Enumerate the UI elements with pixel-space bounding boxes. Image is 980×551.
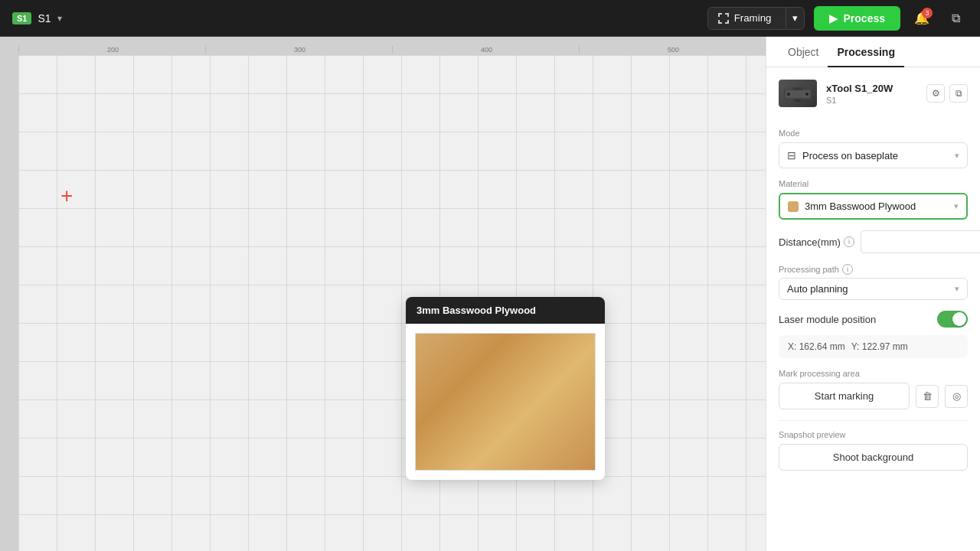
machine-settings-button[interactable]: ⚙ xyxy=(926,84,945,103)
main-layout: 200 300 400 500 + 3mm Basswood Plywood O… xyxy=(0,37,980,551)
topbar-right: Framing ▾ ▶ Process 🔔 3 ⧉ xyxy=(707,6,968,31)
laser-position-row: Laser module position xyxy=(779,311,968,328)
start-marking-button[interactable]: Start marking xyxy=(779,383,910,409)
snapshot-label: Snapshot preview xyxy=(779,430,968,439)
machine-row: xTool S1_20W S1 ⚙ ⧉ xyxy=(779,80,968,116)
path-arrow-icon: ▾ xyxy=(955,284,959,294)
mode-icon: ⊟ xyxy=(787,149,796,161)
laser-position-label: Laser module position xyxy=(779,314,876,325)
distance-label: Distance(mm) i xyxy=(779,236,854,248)
path-selector[interactable]: Auto planning ▾ xyxy=(779,278,968,300)
mark-delete-button[interactable]: 🗑 xyxy=(916,385,939,408)
svg-rect-5 xyxy=(718,20,720,24)
s1-label: S1 xyxy=(38,12,51,24)
mode-value: Process on baseplate xyxy=(802,150,949,161)
svg-rect-13 xyxy=(795,99,801,102)
notification-badge: 3 xyxy=(922,8,933,18)
laser-position-toggle[interactable] xyxy=(937,311,968,328)
framing-icon xyxy=(717,12,730,24)
copy-button[interactable]: ⧉ xyxy=(943,6,968,31)
framing-button[interactable]: Framing ▾ xyxy=(707,7,805,30)
material-selector[interactable]: 3mm Basswood Plywood ▾ xyxy=(779,193,968,220)
distance-row: Distance(mm) i ◎ xyxy=(779,230,968,253)
distance-input[interactable] xyxy=(861,230,980,253)
mode-label: Mode xyxy=(779,129,968,138)
mark-area-label: Mark processing area xyxy=(779,369,968,378)
machine-info: xTool S1_20W S1 xyxy=(826,83,917,105)
svg-point-12 xyxy=(805,93,808,96)
material-label: Material xyxy=(779,179,968,188)
ruler-vertical xyxy=(0,55,18,551)
processing-path-label: Processing path i xyxy=(779,264,968,275)
tab-processing[interactable]: Processing xyxy=(828,37,903,67)
machine-icons: ⚙ ⧉ xyxy=(926,84,968,103)
processing-path-info-icon[interactable]: i xyxy=(842,264,853,275)
machine-svg xyxy=(782,83,813,104)
crosshair: + xyxy=(60,185,73,207)
material-wood-preview xyxy=(415,333,596,471)
material-popup-body xyxy=(406,324,605,480)
path-value: Auto planning xyxy=(787,283,955,295)
mark-target-button[interactable]: ◎ xyxy=(945,385,968,408)
ruler-mark-500: 500 xyxy=(579,46,766,54)
machine-id: S1 xyxy=(826,96,917,105)
marking-row: Start marking 🗑 ◎ xyxy=(779,383,968,409)
process-label: Process xyxy=(844,12,885,24)
panel-tabs: Object Processing xyxy=(766,37,980,67)
notification-button[interactable]: 🔔 3 xyxy=(910,6,934,31)
process-button[interactable]: ▶ Process xyxy=(814,6,900,31)
framing-label: Framing xyxy=(734,12,772,24)
shoot-background-button[interactable]: Shoot background xyxy=(779,444,968,471)
s1-badge: S1 xyxy=(12,12,31,24)
tab-object[interactable]: Object xyxy=(779,37,828,67)
ruler-mark-300: 300 xyxy=(205,46,392,54)
mode-arrow-icon: ▾ xyxy=(955,151,959,161)
svg-rect-6 xyxy=(727,13,729,17)
canvas-grid: + xyxy=(18,55,766,551)
ruler-mark-200: 200 xyxy=(18,46,205,54)
framing-main[interactable]: Framing xyxy=(708,8,781,29)
ruler-mark-400: 400 xyxy=(392,46,579,54)
machine-name: xTool S1_20W xyxy=(826,83,917,94)
svg-rect-10 xyxy=(793,87,802,90)
machine-copy-button[interactable]: ⧉ xyxy=(949,84,968,103)
s1-dropdown-arrow[interactable]: ▾ xyxy=(57,13,62,24)
toggle-knob xyxy=(952,312,966,326)
processing-path-row: Processing path i Auto planning ▾ xyxy=(779,264,968,300)
ruler-horizontal: 200 300 400 500 xyxy=(18,37,766,55)
process-play-icon: ▶ xyxy=(829,12,838,24)
mode-selector[interactable]: ⊟ Process on baseplate ▾ xyxy=(779,142,968,168)
coordinates-row: X: 162.64 mm Y: 122.97 mm xyxy=(779,335,968,358)
ruler-corner xyxy=(0,37,18,55)
topbar-left: S1 S1 ▾ xyxy=(12,12,62,24)
topbar: S1 S1 ▾ Framing ▾ ▶ Proce xyxy=(0,0,980,37)
svg-point-11 xyxy=(787,93,790,96)
framing-dropdown-arrow[interactable]: ▾ xyxy=(786,8,804,28)
material-popup-title: 3mm Basswood Plywood xyxy=(406,297,605,324)
material-popup: 3mm Basswood Plywood xyxy=(406,297,605,480)
svg-rect-7 xyxy=(727,20,729,24)
coord-y: Y: 122.97 mm xyxy=(851,341,908,352)
material-value: 3mm Basswood Plywood xyxy=(805,201,948,212)
material-color-dot xyxy=(788,201,799,212)
coord-x: X: 162.64 mm xyxy=(788,341,845,352)
material-arrow-icon: ▾ xyxy=(954,201,959,211)
canvas-area[interactable]: 200 300 400 500 + 3mm Basswood Plywood xyxy=(0,37,766,551)
distance-info-icon[interactable]: i xyxy=(844,236,854,247)
right-panel: Object Processing xTool S1_20W xyxy=(766,37,980,551)
machine-thumbnail xyxy=(779,80,817,107)
svg-rect-4 xyxy=(718,13,720,17)
panel-content: xTool S1_20W S1 ⚙ ⧉ Mode ⊟ Process on ba… xyxy=(766,67,980,551)
divider xyxy=(779,420,968,421)
